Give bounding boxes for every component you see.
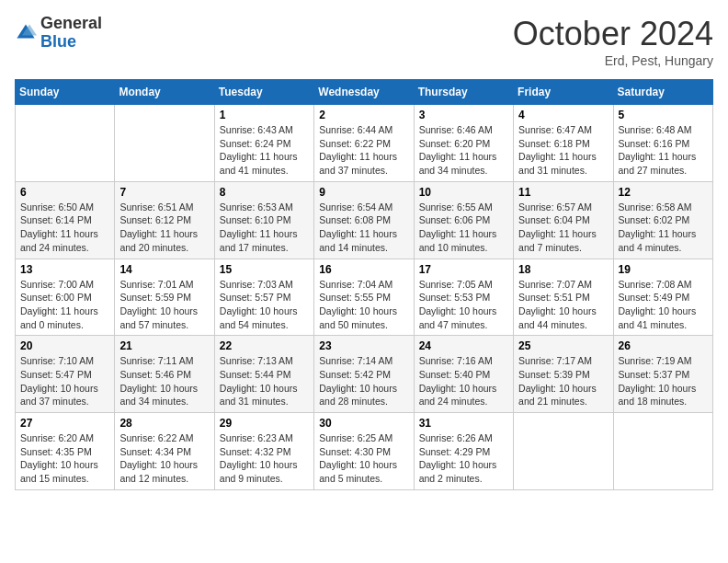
calendar-cell: 2Sunrise: 6:44 AM Sunset: 6:22 PM Daylig… — [314, 105, 414, 182]
calendar-cell: 26Sunrise: 7:19 AM Sunset: 5:37 PM Dayli… — [613, 336, 712, 413]
calendar-cell: 10Sunrise: 6:55 AM Sunset: 6:06 PM Dayli… — [414, 181, 513, 259]
calendar-cell: 22Sunrise: 7:13 AM Sunset: 5:44 PM Dayli… — [214, 336, 313, 413]
weekday-header-sunday: Sunday — [16, 80, 115, 105]
location: Erd, Pest, Hungary — [513, 53, 713, 68]
calendar-cell: 9Sunrise: 6:54 AM Sunset: 6:08 PM Daylig… — [314, 181, 414, 259]
day-info: Sunrise: 6:48 AM Sunset: 6:16 PM Dayligh… — [619, 123, 708, 178]
calendar-cell: 28Sunrise: 6:22 AM Sunset: 4:34 PM Dayli… — [115, 413, 214, 490]
day-info: Sunrise: 6:51 AM Sunset: 6:12 PM Dayligh… — [119, 201, 209, 255]
day-number: 29 — [220, 417, 309, 430]
day-number: 20 — [20, 339, 109, 352]
day-number: 9 — [319, 186, 408, 199]
calendar-week-row: 6Sunrise: 6:50 AM Sunset: 6:14 PM Daylig… — [16, 181, 713, 259]
weekday-header-wednesday: Wednesday — [314, 80, 414, 105]
day-number: 10 — [419, 186, 508, 199]
calendar-cell: 3Sunrise: 6:46 AM Sunset: 6:20 PM Daylig… — [414, 105, 513, 182]
calendar-cell: 8Sunrise: 6:53 AM Sunset: 6:10 PM Daylig… — [214, 181, 313, 259]
day-number: 26 — [619, 339, 708, 352]
weekday-header-thursday: Thursday — [414, 80, 513, 105]
calendar-cell: 6Sunrise: 6:50 AM Sunset: 6:14 PM Daylig… — [16, 181, 115, 259]
day-number: 18 — [518, 263, 608, 276]
weekday-header-friday: Friday — [514, 80, 613, 105]
calendar-week-row: 13Sunrise: 7:00 AM Sunset: 6:00 PM Dayli… — [16, 259, 713, 336]
day-number: 12 — [619, 186, 708, 199]
calendar-cell: 19Sunrise: 7:08 AM Sunset: 5:49 PM Dayli… — [613, 259, 712, 336]
day-info: Sunrise: 6:43 AM Sunset: 6:24 PM Dayligh… — [220, 123, 309, 178]
calendar-cell: 5Sunrise: 6:48 AM Sunset: 6:16 PM Daylig… — [613, 105, 712, 182]
day-info: Sunrise: 7:04 AM Sunset: 5:55 PM Dayligh… — [319, 278, 408, 332]
day-number: 23 — [319, 339, 408, 352]
day-info: Sunrise: 6:26 AM Sunset: 4:29 PM Dayligh… — [419, 431, 508, 486]
day-info: Sunrise: 6:25 AM Sunset: 4:30 PM Dayligh… — [319, 431, 408, 486]
calendar-cell: 4Sunrise: 6:47 AM Sunset: 6:18 PM Daylig… — [514, 105, 613, 182]
day-info: Sunrise: 6:54 AM Sunset: 6:08 PM Dayligh… — [319, 201, 408, 255]
day-info: Sunrise: 6:47 AM Sunset: 6:18 PM Dayligh… — [518, 123, 608, 178]
day-info: Sunrise: 7:19 AM Sunset: 5:37 PM Dayligh… — [619, 354, 708, 408]
day-number: 1 — [220, 109, 309, 121]
day-number: 22 — [220, 339, 309, 352]
calendar-cell: 29Sunrise: 6:23 AM Sunset: 4:32 PM Dayli… — [214, 413, 313, 490]
day-number: 11 — [518, 186, 608, 199]
day-number: 24 — [419, 339, 508, 352]
day-number: 31 — [419, 417, 508, 430]
day-number: 17 — [419, 263, 508, 276]
day-info: Sunrise: 7:07 AM Sunset: 5:51 PM Dayligh… — [518, 278, 608, 332]
calendar-cell: 14Sunrise: 7:01 AM Sunset: 5:59 PM Dayli… — [115, 259, 214, 336]
title-section: October 2024 Erd, Pest, Hungary — [513, 15, 713, 68]
weekday-header-monday: Monday — [115, 80, 214, 105]
day-number: 14 — [119, 263, 209, 276]
day-number: 16 — [319, 263, 408, 276]
logo-text: General Blue — [40, 15, 102, 52]
calendar-cell: 12Sunrise: 6:58 AM Sunset: 6:02 PM Dayli… — [613, 181, 712, 259]
day-info: Sunrise: 7:13 AM Sunset: 5:44 PM Dayligh… — [220, 354, 309, 408]
logo-general: General — [40, 15, 102, 33]
day-info: Sunrise: 6:44 AM Sunset: 6:22 PM Dayligh… — [319, 123, 408, 178]
day-number: 27 — [20, 417, 109, 430]
calendar-cell: 27Sunrise: 6:20 AM Sunset: 4:35 PM Dayli… — [16, 413, 115, 490]
day-info: Sunrise: 7:11 AM Sunset: 5:46 PM Dayligh… — [119, 354, 209, 408]
calendar-cell: 25Sunrise: 7:17 AM Sunset: 5:39 PM Dayli… — [514, 336, 613, 413]
calendar-cell: 23Sunrise: 7:14 AM Sunset: 5:42 PM Dayli… — [314, 336, 414, 413]
day-number: 28 — [119, 417, 209, 430]
day-info: Sunrise: 6:57 AM Sunset: 6:04 PM Dayligh… — [518, 201, 608, 255]
day-number: 4 — [518, 109, 608, 121]
weekday-header-row: SundayMondayTuesdayWednesdayThursdayFrid… — [16, 80, 713, 105]
day-info: Sunrise: 6:58 AM Sunset: 6:02 PM Dayligh… — [619, 201, 708, 255]
day-number: 6 — [20, 186, 109, 199]
calendar-cell — [115, 105, 214, 182]
day-number: 25 — [518, 339, 608, 352]
calendar-cell — [16, 105, 115, 182]
day-info: Sunrise: 7:01 AM Sunset: 5:59 PM Dayligh… — [119, 278, 209, 332]
day-number: 13 — [20, 263, 109, 276]
day-info: Sunrise: 6:55 AM Sunset: 6:06 PM Dayligh… — [419, 201, 508, 255]
calendar-cell: 1Sunrise: 6:43 AM Sunset: 6:24 PM Daylig… — [214, 105, 313, 182]
calendar-week-row: 1Sunrise: 6:43 AM Sunset: 6:24 PM Daylig… — [16, 105, 713, 182]
calendar-week-row: 27Sunrise: 6:20 AM Sunset: 4:35 PM Dayli… — [16, 413, 713, 490]
calendar-cell: 24Sunrise: 7:16 AM Sunset: 5:40 PM Dayli… — [414, 336, 513, 413]
day-number: 2 — [319, 109, 408, 121]
day-info: Sunrise: 7:16 AM Sunset: 5:40 PM Dayligh… — [419, 354, 508, 408]
month-year: October 2024 — [513, 15, 713, 53]
day-info: Sunrise: 7:05 AM Sunset: 5:53 PM Dayligh… — [419, 278, 508, 332]
calendar-cell: 21Sunrise: 7:11 AM Sunset: 5:46 PM Dayli… — [115, 336, 214, 413]
calendar-week-row: 20Sunrise: 7:10 AM Sunset: 5:47 PM Dayli… — [16, 336, 713, 413]
calendar-cell — [514, 413, 613, 490]
day-info: Sunrise: 7:00 AM Sunset: 6:00 PM Dayligh… — [20, 278, 109, 332]
day-info: Sunrise: 6:22 AM Sunset: 4:34 PM Dayligh… — [119, 431, 209, 486]
day-info: Sunrise: 7:14 AM Sunset: 5:42 PM Dayligh… — [319, 354, 408, 408]
day-info: Sunrise: 7:10 AM Sunset: 5:47 PM Dayligh… — [20, 354, 109, 408]
day-number: 15 — [220, 263, 309, 276]
day-info: Sunrise: 6:53 AM Sunset: 6:10 PM Dayligh… — [220, 201, 309, 255]
calendar-cell: 18Sunrise: 7:07 AM Sunset: 5:51 PM Dayli… — [514, 259, 613, 336]
day-info: Sunrise: 7:08 AM Sunset: 5:49 PM Dayligh… — [619, 278, 708, 332]
calendar-cell: 30Sunrise: 6:25 AM Sunset: 4:30 PM Dayli… — [314, 413, 414, 490]
day-info: Sunrise: 6:23 AM Sunset: 4:32 PM Dayligh… — [220, 431, 309, 486]
calendar-cell: 17Sunrise: 7:05 AM Sunset: 5:53 PM Dayli… — [414, 259, 513, 336]
day-info: Sunrise: 7:03 AM Sunset: 5:57 PM Dayligh… — [220, 278, 309, 332]
day-number: 3 — [419, 109, 508, 121]
day-info: Sunrise: 7:17 AM Sunset: 5:39 PM Dayligh… — [518, 354, 608, 408]
day-number: 21 — [119, 339, 209, 352]
weekday-header-tuesday: Tuesday — [214, 80, 313, 105]
day-info: Sunrise: 6:20 AM Sunset: 4:35 PM Dayligh… — [20, 431, 109, 486]
logo: General Blue — [15, 15, 102, 52]
